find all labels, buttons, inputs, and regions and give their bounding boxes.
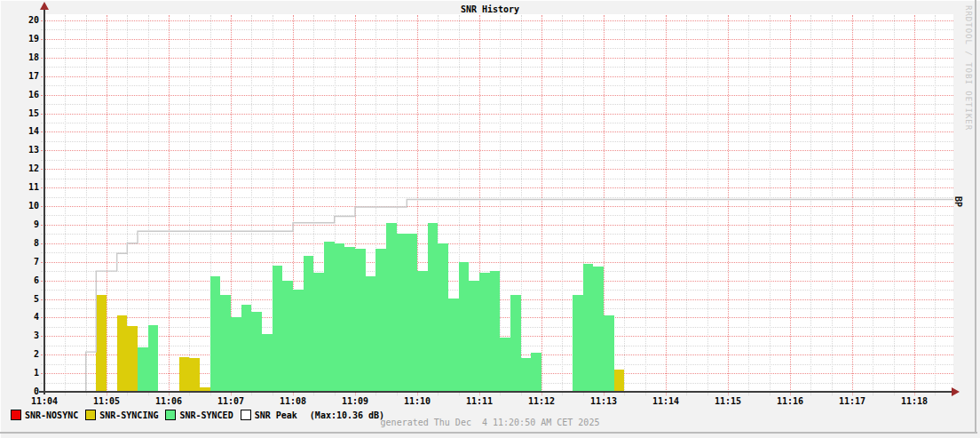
y-tick-label: 1 bbox=[0, 368, 39, 378]
x-tick-label: 11:09 bbox=[334, 396, 376, 407]
x-tick-label: 11:18 bbox=[893, 396, 936, 407]
frame-highlight-left bbox=[0, 0, 1, 438]
x-axis-arrow-icon bbox=[952, 387, 960, 396]
right-axis-label: BP bbox=[953, 196, 963, 207]
frame-shadow-right bbox=[975, 0, 976, 434]
frame-shadow-bottom bbox=[0, 432, 977, 434]
y-tick-label: 3 bbox=[0, 330, 39, 341]
x-tick-label: 11:12 bbox=[520, 396, 563, 407]
chart-title: SNR History bbox=[44, 4, 936, 14]
x-tick-label: 11:08 bbox=[272, 396, 314, 407]
y-tick-label: 13 bbox=[0, 145, 39, 155]
y-tick-label: 4 bbox=[0, 312, 39, 323]
y-tick-label: 11 bbox=[0, 182, 39, 193]
y-tick-label: 14 bbox=[0, 126, 39, 137]
y-tick-label: 5 bbox=[0, 294, 39, 305]
x-tick-label: 11:16 bbox=[769, 396, 811, 407]
x-tick-label: 11:15 bbox=[707, 396, 749, 407]
x-tick-label: 11:04 bbox=[23, 396, 66, 407]
x-tick-label: 11:05 bbox=[85, 396, 128, 407]
generated-timestamp: generated Thu Dec 4 11:20:50 AM CET 2025 bbox=[0, 418, 980, 427]
y-tick-label: 7 bbox=[0, 257, 39, 267]
x-tick-label: 11:14 bbox=[644, 396, 687, 407]
y-tick-label: 20 bbox=[0, 15, 39, 26]
rrdtool-watermark: RRDTOOL / TOBI OETIKER bbox=[964, 5, 973, 131]
snr-peak-line bbox=[44, 20, 953, 392]
x-tick-label: 11:11 bbox=[458, 396, 501, 407]
plot-area bbox=[44, 20, 953, 392]
y-tick-label: 12 bbox=[0, 163, 39, 174]
y-tick-label: 9 bbox=[0, 219, 39, 230]
y-axis-arrow-icon bbox=[40, 2, 49, 10]
x-tick-label: 11:13 bbox=[582, 396, 625, 407]
y-tick-label: 16 bbox=[0, 90, 39, 100]
y-tick-label: 18 bbox=[0, 52, 39, 63]
y-tick-label: 8 bbox=[0, 238, 39, 249]
x-tick-label: 11:06 bbox=[147, 396, 190, 407]
x-axis-line bbox=[39, 391, 953, 393]
x-tick-label: 11:10 bbox=[396, 396, 439, 407]
y-tick-label: 19 bbox=[0, 34, 39, 44]
y-tick-label: 17 bbox=[0, 71, 39, 82]
x-tick-label: 11:07 bbox=[209, 396, 252, 407]
y-tick-label: 2 bbox=[0, 349, 39, 360]
y-tick-label: 6 bbox=[0, 275, 39, 286]
y-tick-label: 10 bbox=[0, 201, 39, 211]
y-tick-label: 15 bbox=[0, 108, 39, 119]
x-tick-label: 11:17 bbox=[831, 396, 873, 407]
y-axis-line bbox=[43, 9, 45, 394]
frame-highlight-top bbox=[0, 0, 980, 1]
rrdtool-graph: SNR History RRDTOOL / TOBI OETIKER BP 01… bbox=[0, 0, 980, 438]
